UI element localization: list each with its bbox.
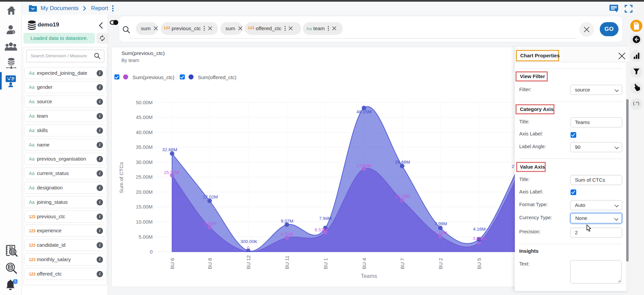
svg-text:BU 5: BU 5 (476, 258, 482, 269)
svg-text:7.99M: 7.99M (434, 221, 447, 226)
svg-text:45.00M: 45.00M (136, 114, 153, 120)
svg-text:9.07M: 9.07M (281, 219, 293, 224)
svg-text:BU 2: BU 2 (438, 258, 443, 269)
svg-text:BU 1: BU 1 (323, 258, 328, 269)
svg-text:48.15M: 48.15M (356, 109, 371, 114)
svg-text:28.66M: 28.66M (395, 160, 410, 165)
svg-text:35.00M: 35.00M (136, 144, 153, 150)
svg-text:4.71M: 4.71M (280, 232, 293, 237)
svg-text:17.19M: 17.19M (395, 194, 410, 199)
svg-text:3.05M: 3.05M (473, 236, 485, 241)
svg-text:8.14M: 8.14M (204, 221, 216, 226)
svg-text:0: 0 (150, 249, 153, 254)
svg-text:40.00M: 40.00M (136, 129, 153, 135)
svg-text:25.57M: 25.57M (164, 170, 179, 175)
svg-text:50.00M: 50.00M (136, 100, 153, 105)
svg-text:BU 6: BU 6 (169, 258, 175, 269)
svg-text:BU 11: BU 11 (284, 255, 290, 269)
svg-text:10.00M: 10.00M (136, 219, 153, 225)
svg-text:4.16M: 4.16M (473, 227, 486, 232)
svg-text:BU 8: BU 8 (207, 258, 213, 269)
svg-text:300.00K: 300.00K (240, 239, 257, 244)
svg-text:25.00M: 25.00M (136, 174, 153, 180)
svg-text:Teams: Teams (361, 273, 377, 279)
svg-text:BU 4: BU 4 (361, 258, 367, 269)
svg-text:Sum of CTCs: Sum of CTCs (118, 162, 124, 193)
svg-text:7.94M: 7.94M (319, 216, 332, 221)
svg-text:27.57M: 27.57M (512, 164, 515, 169)
svg-text:BU 12: BU 12 (246, 255, 251, 269)
svg-text:32.88M: 32.88M (162, 147, 177, 152)
svg-text:15.00M: 15.00M (136, 204, 153, 210)
svg-text:5.00M: 5.00M (139, 234, 153, 240)
svg-text:BU 7: BU 7 (399, 258, 405, 269)
svg-text:5.16M: 5.16M (434, 230, 447, 235)
svg-text:5: 5 (14, 279, 16, 283)
svg-text:27.66M: 27.66M (356, 163, 371, 168)
svg-text:17.02M: 17.02M (203, 194, 218, 199)
svg-text:6.51M: 6.51M (315, 227, 327, 232)
svg-text:0: 0 (247, 245, 250, 250)
svg-text:30.00M: 30.00M (136, 159, 153, 165)
svg-text:20.00M: 20.00M (136, 189, 153, 195)
